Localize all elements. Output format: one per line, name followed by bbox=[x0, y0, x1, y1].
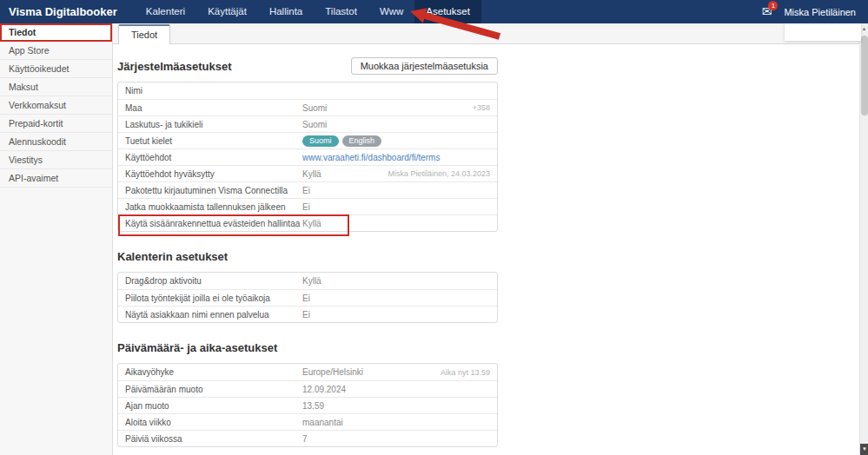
sidebar-item-app-store[interactable]: App Store bbox=[0, 42, 112, 60]
tab-strip: Tiedot bbox=[113, 23, 859, 44]
settings-row-pakotettu-kirjautuminen: Pakotettu kirjautuminen Visma Connectill… bbox=[118, 181, 497, 198]
tab-tiedot[interactable]: Tiedot bbox=[118, 24, 170, 44]
settings-row-ajan-muoto: Ajan muoto 13.59 bbox=[118, 397, 497, 413]
setting-label: Käyttöehdot hyväksytty bbox=[118, 169, 302, 179]
sidebar-item-viestitys[interactable]: Viestitys bbox=[0, 151, 112, 169]
nav-item-www[interactable]: Www bbox=[368, 0, 414, 23]
setting-value: maanantai bbox=[302, 418, 343, 427]
nav-item-tilastot[interactable]: Tilastot bbox=[314, 0, 368, 23]
language-badge-suomi: Suomi bbox=[302, 135, 339, 147]
settings-row-piilota-tyontekijat: Piilota työntekijät joilla ei ole työaik… bbox=[118, 289, 497, 306]
user-menu-button[interactable]: Miska Pietiläinen bbox=[784, 7, 856, 17]
setting-label: Piilota työntekijät joilla ei ole työaik… bbox=[118, 293, 302, 303]
datetime-settings-table: Aikavyöhyke Europe/Helsinki Aika nyt 13.… bbox=[117, 363, 498, 447]
user-dropdown-panel[interactable] bbox=[785, 23, 861, 41]
settings-row-maa: Maa Suomi +358 bbox=[118, 99, 497, 115]
setting-label: Tuetut kielet bbox=[118, 136, 302, 146]
setting-label: Päiviä viikossa bbox=[118, 434, 302, 444]
setting-value: Suomi bbox=[302, 103, 327, 113]
settings-sidebar: Tiedot App Store Käyttöoikeudet Maksut V… bbox=[0, 23, 113, 455]
setting-label: Drag&drop aktivoitu bbox=[118, 276, 302, 286]
main-content: Tiedot Järjestelmäasetukset Muokkaa järj… bbox=[113, 23, 859, 455]
section-title: Kalenterin asetukset bbox=[117, 250, 228, 263]
settings-row-paivia-viikossa: Päiviä viikossa 7 bbox=[118, 430, 497, 446]
sidebar-item-maksut[interactable]: Maksut bbox=[0, 78, 112, 96]
top-navigation: Visma Digitalbooker Kalenteri Käyttäjät … bbox=[0, 0, 868, 23]
sidebar-item-alennuskoodit[interactable]: Alennuskoodit bbox=[0, 133, 112, 151]
settings-row-aloita-viikko: Aloita viikko maanantai bbox=[118, 413, 497, 430]
settings-row-kayttoehdot: Käyttöehdot www.varaaheti.fi/dashboard/f… bbox=[118, 148, 497, 165]
language-badge-english: English bbox=[342, 135, 382, 147]
setting-value: Ei bbox=[302, 202, 310, 212]
nav-item-kalenteri[interactable]: Kalenteri bbox=[135, 0, 196, 23]
nav-right-area: ✉ 1 Miska Pietiläinen bbox=[762, 0, 868, 23]
nav-item-hallinta[interactable]: Hallinta bbox=[258, 0, 314, 23]
scrollbar-thumb[interactable] bbox=[861, 36, 868, 115]
settings-content: Järjestelmäasetukset Muokkaa järjestelmä… bbox=[113, 44, 859, 455]
setting-label: Jatka muokkaamista tallennuksen jälkeen bbox=[118, 202, 302, 212]
setting-label: Aikavyöhyke bbox=[118, 367, 302, 377]
settings-row-jatka-muokkaamista: Jatka muokkaamista tallennuksen jälkeen … bbox=[118, 198, 497, 214]
setting-value: 13.59 bbox=[302, 401, 324, 411]
setting-value: Europe/Helsinki bbox=[302, 367, 363, 377]
settings-row-kayttoehdot-hyvaksytty: Käyttöehdot hyväksytty Kyllä Miska Pieti… bbox=[118, 165, 497, 181]
settings-row-paivamaaran-muoto: Päivämäärän muoto 12.09.2024 bbox=[118, 380, 497, 397]
setting-value: Suomi bbox=[302, 120, 327, 129]
section-jarjestelmaasetukset: Järjestelmäasetukset Muokkaa järjestelmä… bbox=[117, 56, 859, 232]
settings-row-tuetut-kielet: Tuetut kielet Suomi English bbox=[118, 132, 497, 148]
scroll-up-arrow-icon[interactable]: ▲ bbox=[860, 23, 868, 34]
setting-label: Nimi bbox=[118, 86, 302, 96]
system-settings-table: Nimi Maa Suomi +358 Laskutus- ja tukikie… bbox=[117, 82, 498, 232]
app-brand[interactable]: Visma Digitalbooker bbox=[0, 0, 135, 23]
settings-row-evasteiden-hallinta: Käytä sisäänrakennettua evästeiden halli… bbox=[118, 214, 497, 231]
setting-label: Ajan muoto bbox=[118, 401, 302, 411]
setting-label: Maa bbox=[118, 103, 302, 113]
section-paivamaara-aika: Päivämäärä- ja aika-asetukset Aikavyöhyk… bbox=[117, 338, 859, 447]
vertical-scrollbar[interactable]: ▲ ▼ bbox=[859, 23, 868, 455]
sidebar-item-verkkomaksut[interactable]: Verkkomaksut bbox=[0, 96, 112, 115]
setting-label: Aloita viikko bbox=[118, 418, 302, 427]
setting-note: +358 bbox=[473, 103, 497, 112]
settings-row-laskutuskieli: Laskutus- ja tukikieli Suomi bbox=[118, 115, 497, 132]
main-nav: Kalenteri Käyttäjät Hallinta Tilastot Ww… bbox=[135, 0, 481, 23]
setting-value: 7 bbox=[302, 434, 308, 444]
setting-value: Ei bbox=[302, 310, 310, 320]
setting-value: Ei bbox=[302, 293, 310, 303]
setting-value: 12.09.2024 bbox=[302, 385, 346, 394]
sidebar-item-prepaid-kortit[interactable]: Prepaid-kortit bbox=[0, 115, 112, 133]
notification-badge: 1 bbox=[768, 1, 778, 10]
setting-label: Pakotettu kirjautuminen Visma Connectill… bbox=[118, 186, 302, 195]
nav-item-kayttajat[interactable]: Käyttäjät bbox=[196, 0, 258, 23]
section-title: Järjestelmäasetukset bbox=[117, 60, 232, 73]
section-title: Päivämäärä- ja aika-asetukset bbox=[117, 341, 277, 354]
section-kalenterin-asetukset: Kalenterin asetukset Drag&drop aktivoitu… bbox=[117, 247, 859, 323]
edit-system-settings-button[interactable]: Muokkaa järjestelmäasetuksia bbox=[351, 57, 498, 75]
setting-label: Käyttöehdot bbox=[118, 153, 302, 162]
settings-row-aikavyohyke: Aikavyöhyke Europe/Helsinki Aika nyt 13.… bbox=[118, 364, 497, 380]
nav-item-asetukset[interactable]: Asetukset bbox=[414, 0, 481, 23]
terms-link[interactable]: www.varaaheti.fi/dashboard/fi/terms bbox=[302, 153, 440, 162]
setting-label: Käytä sisäänrakennettua evästeiden halli… bbox=[118, 219, 302, 228]
scroll-down-arrow-icon[interactable]: ▼ bbox=[860, 444, 868, 455]
setting-value: Kyllä bbox=[302, 169, 321, 179]
setting-label: Näytä asiakkaan nimi ennen palvelua bbox=[118, 310, 302, 320]
sidebar-item-kayttooikeudet[interactable]: Käyttöoikeudet bbox=[0, 60, 112, 78]
settings-row-dragdrop: Drag&drop aktivoitu Kyllä bbox=[118, 273, 497, 289]
sidebar-item-api-avaimet[interactable]: API-avaimet bbox=[0, 169, 112, 188]
notifications-button[interactable]: ✉ 1 bbox=[762, 0, 772, 23]
setting-label: Päivämäärän muoto bbox=[118, 385, 302, 394]
setting-note: Miska Pietiläinen, 24.03.2023 bbox=[388, 169, 497, 178]
setting-value: Ei bbox=[302, 186, 310, 195]
setting-value: Kyllä bbox=[302, 276, 321, 286]
setting-value: Kyllä bbox=[302, 219, 321, 228]
settings-row-nimi: Nimi bbox=[118, 82, 497, 99]
sidebar-item-tiedot[interactable]: Tiedot bbox=[0, 23, 112, 42]
setting-label: Laskutus- ja tukikieli bbox=[118, 120, 302, 129]
calendar-settings-table: Drag&drop aktivoitu Kyllä Piilota työnte… bbox=[117, 272, 498, 323]
settings-row-nayta-asiakkaan-nimi: Näytä asiakkaan nimi ennen palvelua Ei bbox=[118, 306, 497, 322]
setting-note: Aika nyt 13.59 bbox=[441, 368, 497, 377]
